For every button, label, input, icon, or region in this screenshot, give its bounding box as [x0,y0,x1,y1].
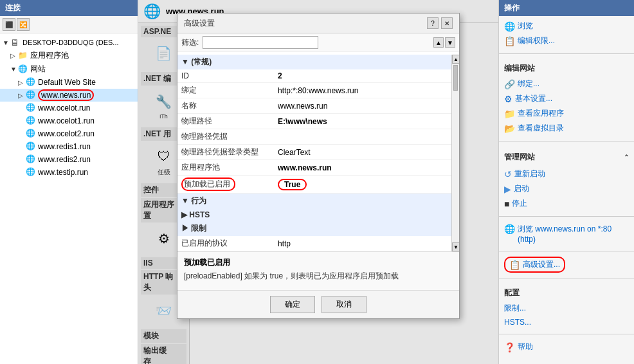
manage-title-text: 管理网站 [504,152,535,163]
action-binding[interactable]: 🔗 绑定... [504,77,629,91]
prop-value-apppool[interactable]: www.news.run [274,160,451,176]
prop-name-apppool: 应用程序池 [177,160,274,176]
toolbar-btn-1[interactable]: ⬛ [3,18,15,31]
ocelot1-icon: 🌐 [26,116,36,126]
divider-6 [499,334,634,334]
section-toggle-hsts: ▶ [181,210,187,219]
dialog-filter-toolbar: 筛选: ▲ ▼ [177,33,459,52]
divider-5 [499,278,634,278]
redis1-label: www.redis1.run [38,142,91,151]
section-title-changgui: (常规) [191,57,212,66]
tree-node-default-web-site[interactable]: ▷ 🌐 Default Web Site [0,76,138,89]
prop-table: ▼ (常规) ID 2 绑定 http:*:80:www.news.run [177,55,451,251]
stop-icon: ■ [504,199,509,209]
tree-node-ocelot2[interactable]: 🌐 www.ocelot2.run [0,127,138,140]
ocelot-icon: 🌐 [26,103,36,113]
tree-node-apppool[interactable]: ▷ 📁 应用程序池 [0,49,138,62]
dialog-scrollbar[interactable]: ▲ ▼ [451,55,459,251]
action-view-apps[interactable]: 📁 查看应用程序 [504,106,629,121]
prop-value-name[interactable]: www.news.run [274,98,451,114]
redis2-label: www.redis2.run [38,155,91,164]
prop-value-physcredtype[interactable]: ClearText [274,145,451,160]
section-title-xianzhi: 限制 [191,224,206,233]
tree-node-sites[interactable]: ▼ 🌐 网站 [0,62,138,76]
toggle-apppool[interactable]: ▷ [10,52,18,59]
divider-4 [499,251,634,251]
dialog-controls: ? ✕ [427,17,453,29]
tree-node-testip[interactable]: 🌐 www.testip.run [0,166,138,179]
prop-value-binding[interactable]: http:*:80:www.news.run [274,83,451,98]
toggle-sites[interactable]: ▼ [10,66,18,73]
apppool-label: 应用程序池 [30,50,69,61]
toggle-defaultweb[interactable]: ▷ [18,79,26,86]
prop-row-id: ID 2 [177,69,451,83]
prop-row-protocol: 已启用的协议 http [177,236,451,251]
edit-perms-label: 编辑权限... [518,35,555,46]
tree-node-ocelot[interactable]: 🌐 www.ocelot.run [0,102,138,114]
section-header-xingwei[interactable]: ▼ 行为 [177,194,451,209]
prop-value-protocol[interactable]: http [274,236,451,251]
action-start[interactable]: ▶ 启动 [504,181,629,196]
action-hsts[interactable]: HSTS... [504,316,629,329]
editsite-title: 编辑网站 [504,63,629,74]
manage-title[interactable]: 管理网站 ⌃ [504,150,629,164]
scroll-up-btn[interactable]: ▲ [452,55,459,64]
section-title-hsts: HSTS [189,210,210,219]
scroll-thumb[interactable] [453,65,458,91]
view-vdirs-label: 查看虚拟目录 [518,123,564,134]
scroll-down-btn[interactable]: ▼ [452,242,459,251]
browse-site-icon: 🌐 [504,224,515,234]
section-header-xianzhi[interactable]: ▶ 限制 [177,221,451,236]
section-header-hsts[interactable]: ▶ HSTS [177,208,451,221]
action-browse[interactable]: 🌐 浏览 [504,19,629,33]
right-panel: 操作 🌐 浏览 📋 编辑权限... 编辑网站 🔗 绑定... ⚙ 基本设置...… [498,0,634,364]
tree-node-ocelot1[interactable]: 🌐 www.ocelot1.run [0,114,138,127]
filter-up-btn[interactable]: ▲ [433,37,444,48]
basic-settings-icon: ⚙ [504,94,512,104]
dialog-cancel-btn[interactable]: 取消 [322,296,367,313]
action-view-vdirs[interactable]: 📂 查看虚拟目录 [504,121,629,136]
prop-row-physcred: 物理路径凭据 [177,129,451,145]
filter-input[interactable] [203,36,318,49]
dialog-confirm-btn[interactable]: 确定 [270,296,315,313]
browse-icon: 🌐 [504,21,515,32]
action-basic-settings[interactable]: ⚙ 基本设置... [504,91,629,106]
prop-value-preload[interactable]: True [274,176,451,194]
divider-3 [499,216,634,217]
ocelot-label: www.ocelot.run [38,104,90,113]
tree-node-redis2[interactable]: 🌐 www.redis2.run [0,153,138,166]
dialog-overlay: 高级设置 ? ✕ 筛选: ▲ ▼ [138,0,498,364]
prop-value-physcred[interactable] [274,129,451,145]
tree-node-www-news-run[interactable]: ▷ 🌐 www.news.run [0,89,138,102]
filter-down-btn[interactable]: ▼ [445,37,455,48]
sites-icon: 🌐 [18,64,28,75]
tree-node-redis1[interactable]: 🌐 www.redis1.run [0,140,138,153]
prop-value-id[interactable]: 2 [274,69,451,83]
dialog-question-btn[interactable]: ? [427,17,439,29]
advanced-settings-icon: 📋 [509,260,520,270]
prop-name-physcredtype: 物理路径凭据登录类型 [177,145,274,160]
toggle-desktop[interactable]: ▼ [3,39,10,46]
section-toggle-xingwei: ▼ [181,196,189,205]
prop-name-binding: 绑定 [177,83,274,98]
monitor-icon: 🖥 [10,37,21,48]
action-edit-perms[interactable]: 📋 编辑权限... [504,33,629,48]
redis1-icon: 🌐 [26,141,36,152]
right-section-advanced: 📋 高级设置... [499,254,634,275]
toolbar-btn-2[interactable]: 🔀 [17,18,30,31]
prop-value-physpath[interactable]: E:\www\news [274,114,451,129]
action-browse-site[interactable]: 🌐 浏览 www.news.run on *:80(http) [504,222,629,246]
dialog-close-btn[interactable]: ✕ [441,17,453,29]
toggle-news[interactable]: ▷ [18,92,26,99]
ocelot1-label: www.ocelot1.run [38,116,95,125]
action-restart[interactable]: ↺ 重新启动 [504,167,629,181]
action-advanced-settings[interactable]: 📋 高级设置... [504,257,565,273]
action-help[interactable]: ❓ 帮助 [504,340,629,354]
action-stop[interactable]: ■ 停止 [504,196,629,211]
section-header-changgui[interactable]: ▼ (常规) [177,55,451,69]
ocelot2-icon: 🌐 [26,129,36,139]
action-limit[interactable]: 限制... [504,301,629,316]
config-title: 配置 [504,287,629,298]
tree-node-desktop[interactable]: ▼ 🖥 DESKTOP-D3DDUQG (DES... [0,36,138,49]
basic-settings-label: 基本设置... [515,93,552,104]
